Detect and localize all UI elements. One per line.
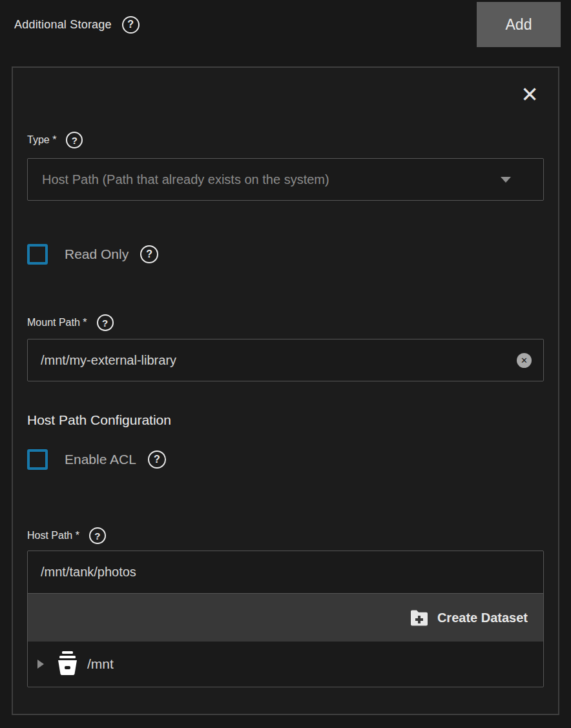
additional-storage-card: ✕ Type * ? Host Path (Path that already … (12, 66, 559, 715)
mount-path-label-row: Mount Path * ? (27, 314, 544, 331)
host-path-input[interactable] (41, 551, 530, 593)
read-only-checkbox[interactable] (27, 244, 48, 265)
help-icon[interactable]: ? (89, 527, 106, 544)
type-label-row: Type * ? (27, 131, 544, 149)
create-dataset-button[interactable]: Create Dataset (410, 610, 528, 626)
help-icon[interactable]: ? (148, 450, 166, 469)
expand-arrow-icon[interactable] (37, 660, 44, 669)
enable-acl-label: Enable ACL (65, 452, 136, 467)
host-path-explorer: Create Dataset /mnt (27, 551, 544, 687)
help-icon[interactable]: ? (140, 245, 158, 263)
type-label: Type * (27, 134, 56, 146)
explorer-tree: /mnt (28, 642, 543, 687)
mount-path-label: Mount Path * (27, 317, 87, 329)
enable-acl-checkbox[interactable] (27, 449, 48, 470)
explorer-toolbar: Create Dataset (28, 594, 543, 642)
clear-icon[interactable]: ✕ (517, 353, 532, 368)
section-heading: Host Path Configuration (27, 412, 544, 430)
host-path-label-row: Host Path * ? (27, 527, 544, 544)
read-only-label: Read Only (65, 247, 129, 262)
type-select[interactable]: Host Path (Path that already exists on t… (27, 158, 544, 201)
host-path-label: Host Path * (27, 530, 79, 541)
chevron-down-icon (501, 177, 511, 183)
enable-acl-row: Enable ACL ? (27, 449, 544, 470)
help-icon[interactable]: ? (122, 16, 140, 34)
page-header: Additional Storage ? Add (0, 0, 571, 49)
folder-plus-icon (410, 610, 429, 626)
help-icon[interactable]: ? (66, 132, 83, 148)
dataset-icon (57, 651, 78, 678)
close-icon[interactable]: ✕ (517, 82, 543, 108)
help-icon[interactable]: ? (97, 314, 114, 331)
create-dataset-label: Create Dataset (437, 611, 528, 625)
read-only-row: Read Only ? (27, 243, 544, 265)
host-path-field (28, 551, 543, 594)
tree-item-label[interactable]: /mnt (87, 656, 114, 672)
add-button[interactable]: Add (477, 2, 561, 47)
type-select-value: Host Path (Path that already exists on t… (42, 172, 493, 187)
mount-path-field: ✕ (27, 339, 544, 381)
page-title: Additional Storage (14, 18, 112, 32)
mount-path-input[interactable] (41, 339, 517, 381)
